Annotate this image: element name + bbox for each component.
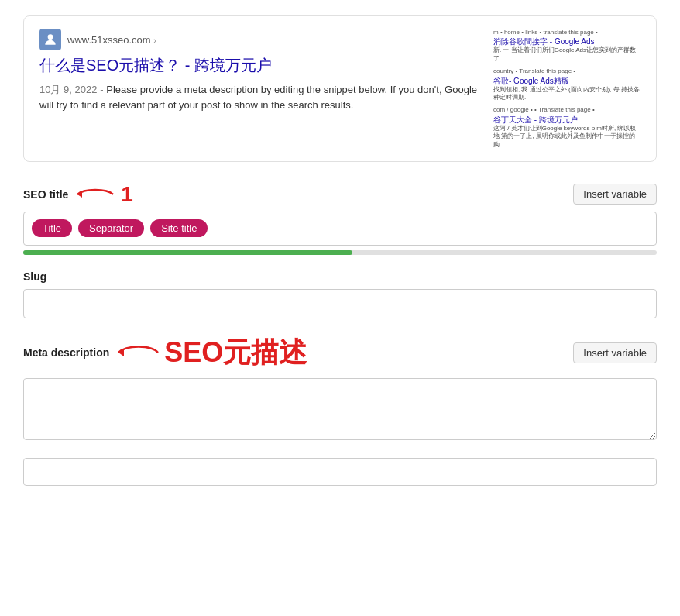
annotation-arrow-icon: [76, 185, 115, 204]
slug-input[interactable]: [23, 289, 657, 318]
seo-title-annotation: 1: [76, 184, 133, 205]
preview-date: 10月 9, 2022: [39, 84, 97, 95]
site-title-token[interactable]: Site title: [150, 219, 208, 237]
meta-description-header: Meta description SEO元描述 Insert variable: [23, 334, 657, 372]
url-arrow: ›: [153, 36, 156, 45]
seo-title-header: SEO title 1 Insert variable: [23, 184, 657, 205]
preview-right-results: m • home • links • translate this page •…: [493, 29, 641, 149]
seo-title-token-field[interactable]: Title Separator Site title: [23, 212, 657, 246]
preview-url: www.51xsseo.com ›: [67, 34, 156, 46]
preview-left: www.51xsseo.com › 什么是SEO元描述？ - 跨境万元户 10月…: [39, 29, 481, 112]
seo-title-label: SEO title: [23, 188, 68, 201]
slug-label: Slug: [23, 270, 46, 283]
title-token[interactable]: Title: [32, 219, 72, 237]
site-favicon: [39, 29, 61, 50]
meta-description-insert-variable-button[interactable]: Insert variable: [573, 342, 657, 363]
bottom-field[interactable]: [23, 458, 657, 486]
meta-annotation: Meta description SEO元描述: [23, 334, 307, 372]
meta-description-section: Meta description SEO元描述 Insert variable: [23, 334, 657, 442]
mini-result-1: m • home • links • translate this page •…: [493, 29, 641, 63]
svg-point-0: [48, 34, 53, 40]
slug-section: Slug: [23, 270, 657, 318]
meta-description-textarea[interactable]: [23, 378, 657, 440]
meta-description-label: Meta description: [23, 346, 109, 359]
preview-site-row: www.51xsseo.com ›: [39, 29, 481, 50]
progress-bar-fill: [23, 250, 352, 255]
preview-card: www.51xsseo.com › 什么是SEO元描述？ - 跨境万元户 10月…: [23, 15, 657, 162]
meta-annotation-arrow-icon: [117, 342, 160, 363]
preview-snippet: 10月 9, 2022 - Please provide a meta desc…: [39, 82, 481, 112]
annotation-number: 1: [121, 184, 133, 205]
slug-header: Slug: [23, 270, 657, 283]
mini-result-3: com / google • • Translate this page • 谷…: [493, 106, 641, 149]
meta-annotation-text: SEO元描述: [164, 334, 307, 372]
separator-token[interactable]: Separator: [78, 219, 144, 237]
mini-result-2: country • Translate this page • 谷歌- Goog…: [493, 67, 641, 102]
seo-title-insert-variable-button[interactable]: Insert variable: [573, 184, 657, 205]
preview-title[interactable]: 什么是SEO元描述？ - 跨境万元户: [39, 55, 481, 76]
seo-title-progress-bar: [23, 250, 657, 255]
